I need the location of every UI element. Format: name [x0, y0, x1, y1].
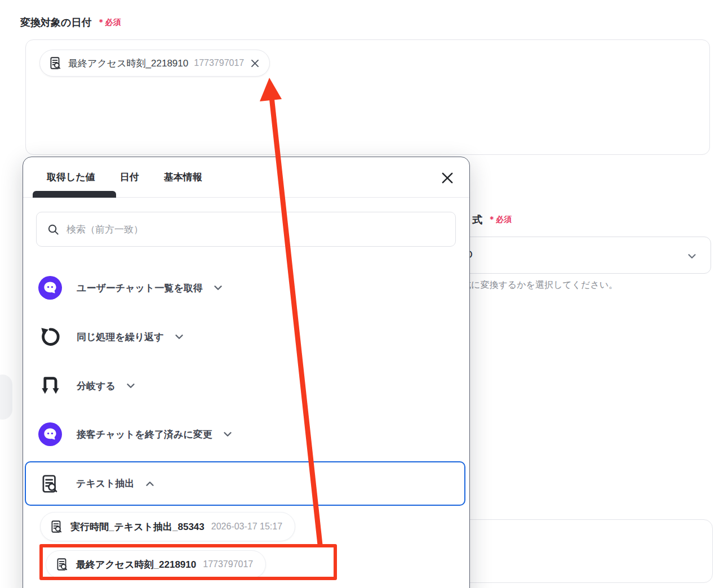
- action-label: 同じ処理を繰り返す: [77, 331, 164, 344]
- search-input[interactable]: 検索（前方一致）: [36, 212, 456, 247]
- variable-value: 1773797017: [203, 559, 253, 569]
- format-helper-text: 式に変換するかを選択してください。: [462, 279, 618, 291]
- variable-item-last-access-time[interactable]: 最終アクセス時刻_2218910 1773797017: [46, 550, 266, 578]
- format-label-row: 式 ＊必須: [472, 213, 512, 226]
- action-get-user-chat-list[interactable]: ユーザーチャット一覧を取得: [38, 274, 224, 301]
- action-label: テキスト抽出: [76, 477, 135, 490]
- action-label: ユーザーチャット一覧を取得: [77, 282, 203, 295]
- format-required-badge: ＊必須: [488, 215, 512, 225]
- tab-date[interactable]: 日付: [120, 171, 139, 184]
- chevron-down-icon[interactable]: [212, 282, 224, 294]
- action-branch[interactable]: 分岐する: [38, 372, 137, 399]
- field-label: 変換対象の日付: [20, 16, 91, 29]
- chevron-down-icon[interactable]: [173, 331, 185, 343]
- action-text-extraction[interactable]: テキスト抽出: [25, 461, 465, 506]
- chat-icon: [38, 422, 63, 447]
- chat-icon: [38, 275, 63, 300]
- close-icon: [440, 170, 455, 186]
- doc-search-icon: [48, 56, 63, 70]
- variable-value: 2026-03-17 15:17: [211, 522, 282, 532]
- action-label: 接客チャットを終了済みに変更: [77, 428, 212, 441]
- chip-value: 1773797017: [194, 58, 244, 68]
- variable-name: 最終アクセス時刻_2218910: [76, 558, 196, 571]
- variable-picker-modal: 取得した値 日付 基本情報 検索（前方一致）: [23, 157, 470, 588]
- page: 変換対象の日付 ＊必須 最終アクセス時刻_2218910 1773797017 …: [0, 0, 728, 588]
- chevron-down-icon: [686, 250, 698, 265]
- branch-icon: [38, 373, 63, 398]
- action-repeat-process[interactable]: 同じ処理を繰り返す: [38, 323, 185, 350]
- active-tab-underline: [33, 191, 116, 198]
- doc-search-icon: [49, 519, 64, 534]
- variable-name: 実行時間_テキスト抽出_85343: [70, 520, 205, 533]
- doc-search-icon: [55, 557, 69, 572]
- search-icon: [47, 223, 60, 236]
- format-label-fragment: 式: [472, 213, 482, 226]
- variable-item-execution-time[interactable]: 実行時間_テキスト抽出_85343 2026-03-17 15:17: [40, 512, 295, 541]
- background-element-edge: [0, 375, 12, 420]
- selected-variable-chip[interactable]: 最終アクセス時刻_2218910 1773797017: [39, 50, 270, 77]
- chip-name: 最終アクセス時刻_2218910: [68, 57, 188, 70]
- search-placeholder: 検索（前方一致）: [66, 223, 143, 236]
- tab-basic-info[interactable]: 基本情報: [164, 171, 202, 184]
- chevron-up-icon[interactable]: [144, 478, 156, 490]
- repeat-icon: [38, 324, 63, 349]
- required-badge: ＊必須: [97, 17, 121, 28]
- tab-acquired-values[interactable]: 取得した値: [47, 171, 95, 184]
- chevron-down-icon[interactable]: [221, 428, 234, 440]
- field-label-row: 変換対象の日付 ＊必須: [20, 16, 121, 29]
- remove-chip-icon[interactable]: [250, 58, 260, 69]
- chevron-down-icon[interactable]: [125, 380, 137, 392]
- close-modal-button[interactable]: [439, 170, 456, 186]
- action-label: 分岐する: [77, 380, 116, 393]
- bottom-right-field[interactable]: [445, 519, 713, 583]
- format-select[interactable]: D: [445, 237, 711, 274]
- action-close-support-chat[interactable]: 接客チャットを終了済みに変更: [38, 421, 234, 448]
- doc-search-icon: [39, 473, 60, 495]
